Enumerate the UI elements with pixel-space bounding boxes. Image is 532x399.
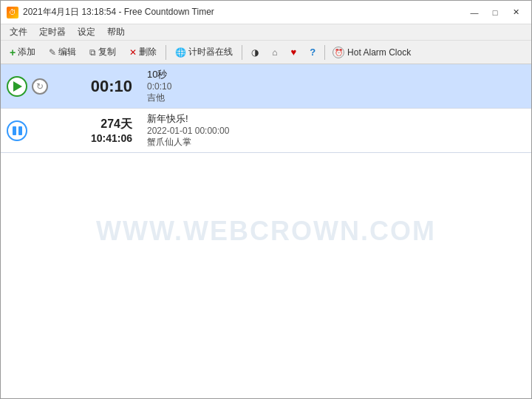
pause-bar-right [18,126,22,135]
timer-sound: 吉他 [147,92,525,104]
play-button[interactable] [7,76,27,97]
contrast-button[interactable]: ◑ [245,44,265,61]
timer-1-controls: ↻ [7,76,58,97]
edit-icon: ✎ [49,47,56,58]
content-area: ↻ 00:10 10秒 0:0:10 吉他 [1,64,531,398]
contrast-icon: ◑ [251,47,259,58]
repeat-button[interactable]: ↻ [32,78,48,95]
timer-2-info: 新年快乐! 2022-01-01 00:00:00 蟹爪仙人掌 [140,112,525,149]
online-button[interactable]: 🌐 计时器在线 [169,43,239,61]
title-bar: ⏱ 2021年4月1日 13:18:54 - Free Countdown Ti… [1,1,531,24]
window-controls: — □ ✕ [465,5,525,20]
time-days: 274天 [66,117,132,132]
add-button[interactable]: + 添加 [4,43,41,61]
menu-settings[interactable]: 设定 [72,24,101,40]
timer-1-time: 00:10 [66,78,132,95]
menu-file[interactable]: 文件 [4,24,33,40]
copy-label: 复制 [98,46,116,58]
minimize-button[interactable]: — [465,5,484,20]
window-title: 2021年4月1日 13:18:54 - Free Countdown Time… [23,6,465,18]
home-button[interactable]: ⌂ [266,44,283,61]
timer-sound: 蟹爪仙人掌 [147,136,525,149]
play-icon [13,81,22,92]
maximize-button[interactable]: □ [485,5,505,20]
timer-row: 274天 10:41:06 新年快乐! 2022-01-01 00:00:00 … [1,109,531,153]
timer-subtitle: 2022-01-01 00:00:00 [147,126,525,136]
delete-label: 删除 [139,46,157,58]
help-button[interactable]: ? [304,44,321,61]
hot-alarm-link[interactable]: ⏰ Hot Alarm Clock [328,45,415,60]
main-window: ⏱ 2021年4月1日 13:18:54 - Free Countdown Ti… [0,0,532,399]
delete-button[interactable]: ✕ 删除 [123,43,163,61]
close-button[interactable]: ✕ [506,5,525,20]
toolbar-separator-2 [242,45,242,60]
heart-icon: ♥ [290,47,296,58]
edit-label: 编辑 [58,46,76,58]
timer-subtitle: 0:0:10 [147,81,525,92]
home-icon: ⌂ [272,47,277,58]
timer-title: 10秒 [147,68,525,81]
time-hms: 10:41:06 [66,132,132,144]
timer-row: ↻ 00:10 10秒 0:0:10 吉他 [1,64,531,109]
timer-2-time: 274天 10:41:06 [66,117,132,144]
menu-bar: 文件 定时器 设定 帮助 [1,24,531,41]
menu-help[interactable]: 帮助 [101,24,131,40]
hot-alarm-icon: ⏰ [332,47,344,58]
timer-title: 新年快乐! [147,112,525,126]
hot-alarm-label: Hot Alarm Clock [347,47,411,58]
time-display: 00:10 [66,78,132,95]
toolbar-separator-3 [324,45,325,60]
toolbar: + 添加 ✎ 编辑 ⧉ 复制 ✕ 删除 🌐 计时器在线 ◑ ⌂ ♥ [1,41,531,64]
pause-bar-left [13,126,16,135]
copy-icon: ⧉ [89,47,96,58]
heart-button[interactable]: ♥ [284,44,302,61]
plus-icon: + [10,47,16,58]
copy-button[interactable]: ⧉ 复制 [83,43,122,61]
timer-list: ↻ 00:10 10秒 0:0:10 吉他 [1,64,531,153]
timer-1-info: 10秒 0:0:10 吉他 [140,68,525,104]
toolbar-separator-1 [166,45,166,60]
menu-timer[interactable]: 定时器 [33,24,72,40]
timer-2-controls [7,120,58,141]
pause-button[interactable] [7,120,27,141]
repeat-icon: ↻ [36,81,44,92]
globe-icon: 🌐 [175,47,186,58]
add-label: 添加 [18,46,35,58]
online-label: 计时器在线 [188,46,233,58]
edit-button[interactable]: ✎ 编辑 [43,43,82,61]
delete-icon: ✕ [129,47,137,58]
app-icon: ⏱ [7,7,18,18]
help-icon: ? [310,47,316,58]
watermark: WWW.WEBCROWN.COM [96,216,436,247]
